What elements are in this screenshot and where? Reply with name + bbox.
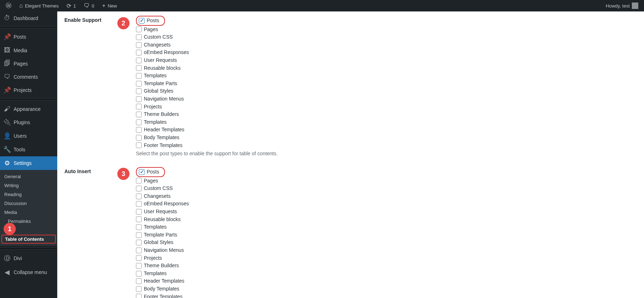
site-name-link[interactable]: ⌂Elegant Themes <box>16 0 62 11</box>
checkbox[interactable] <box>136 142 142 148</box>
sidebar-item-settings[interactable]: ⚙Settings <box>0 156 57 170</box>
checkbox-item[interactable]: Changesets <box>136 192 637 200</box>
sidebar-item-posts[interactable]: 📌Posts <box>0 30 57 44</box>
checkbox-label: oEmbed Responses <box>144 200 189 207</box>
sidebar-sub-general[interactable]: General <box>0 172 57 181</box>
checkbox[interactable] <box>136 119 142 125</box>
sidebar-sub-media[interactable]: Media <box>0 208 57 217</box>
checkbox[interactable] <box>136 186 142 191</box>
checkbox-item[interactable]: Navigation Menus <box>136 95 637 103</box>
checkbox[interactable] <box>136 34 142 40</box>
checkbox-label: User Requests <box>144 57 177 64</box>
sidebar-sub-reading[interactable]: Reading <box>0 190 57 199</box>
checkbox-item[interactable]: Global Styles <box>136 239 637 246</box>
checkbox[interactable] <box>136 65 142 71</box>
checkbox-item[interactable]: Body Templates <box>136 134 637 142</box>
checkbox-item[interactable]: Templates <box>136 118 637 126</box>
checkbox[interactable] <box>136 294 142 298</box>
checkbox-item[interactable]: Pages <box>136 177 637 185</box>
sidebar-item-users[interactable]: 👤Users <box>0 129 57 143</box>
checkbox[interactable] <box>136 263 142 269</box>
checkbox-label: Templates <box>144 119 167 126</box>
checkbox-item[interactable]: Theme Builders <box>136 111 637 118</box>
checkbox-item[interactable]: Reusable blocks <box>136 216 637 224</box>
checkbox[interactable] <box>136 96 142 102</box>
checkbox-item[interactable]: Body Templates <box>136 285 637 293</box>
new-content-link[interactable]: +New <box>99 0 120 11</box>
checkbox-item[interactable]: Templates <box>136 223 637 231</box>
checkbox[interactable] <box>136 209 142 215</box>
sidebar-sub-discussion[interactable]: Discussion <box>0 199 57 208</box>
howdy-link[interactable]: Howdy, test <box>603 0 641 11</box>
sidebar-item-dashboard[interactable]: ⏱Dashboard <box>0 11 57 25</box>
checkbox-item[interactable]: Reusable blocks <box>136 64 637 72</box>
checkbox[interactable] <box>136 232 142 238</box>
checkbox-item[interactable]: Projects <box>136 254 637 262</box>
checkbox-item[interactable]: Footer Templates <box>136 293 637 298</box>
updates-link[interactable]: ⟳1 <box>64 0 79 11</box>
checkbox-item[interactable]: Global Styles <box>136 87 637 95</box>
checkbox[interactable] <box>136 58 142 63</box>
checkbox-item[interactable]: Navigation Menus <box>136 246 637 254</box>
plus-icon: + <box>102 3 106 9</box>
checkbox[interactable] <box>139 18 145 24</box>
checkbox-item[interactable]: Templates <box>136 270 637 278</box>
checkbox-item[interactable]: Header Templates <box>136 277 637 285</box>
checkbox-item[interactable]: Header Templates <box>136 126 637 134</box>
checkbox-item[interactable]: Pages <box>136 26 637 34</box>
comments-link[interactable]: 🗨0 <box>81 0 97 11</box>
checkbox[interactable] <box>136 240 142 245</box>
checkbox[interactable] <box>136 88 142 94</box>
checkbox[interactable] <box>136 135 142 141</box>
checkbox-item[interactable]: Custom CSS <box>136 185 637 192</box>
checkbox[interactable] <box>136 26 142 32</box>
checkbox[interactable] <box>136 178 142 184</box>
checkbox[interactable] <box>136 248 142 253</box>
checkbox-item[interactable]: Template Parts <box>136 231 637 239</box>
checkbox-item[interactable]: Changesets <box>136 41 637 49</box>
sidebar-item-plugins[interactable]: 🔌Plugins <box>0 116 57 129</box>
checkbox-item[interactable]: User Requests <box>136 208 637 216</box>
checkbox-item[interactable]: Templates <box>136 72 637 80</box>
checkbox[interactable] <box>136 127 142 133</box>
sidebar-sub-toc[interactable]: Table of Contents <box>1 235 56 244</box>
checkbox-item[interactable]: Theme Builders <box>136 262 637 270</box>
checkbox[interactable] <box>136 81 142 87</box>
checkbox[interactable] <box>136 201 142 207</box>
sidebar-item-comments[interactable]: 🗨Comments <box>0 70 57 83</box>
checkbox-item[interactable]: oEmbed Responses <box>136 49 637 57</box>
checkbox[interactable] <box>136 216 142 222</box>
checkbox-item[interactable]: User Requests <box>136 57 637 64</box>
checkbox-item[interactable]: Custom CSS <box>136 33 637 41</box>
pages-icon: 🗐 <box>4 60 11 67</box>
checkbox[interactable] <box>139 169 145 175</box>
checkbox[interactable] <box>136 50 142 55</box>
checkbox-item[interactable]: Footer Templates <box>136 142 637 150</box>
checkbox[interactable] <box>136 278 142 284</box>
checkbox[interactable] <box>136 271 142 277</box>
checkbox[interactable] <box>136 194 142 199</box>
checkbox-label: Changesets <box>144 193 171 200</box>
sidebar-item-pages[interactable]: 🗐Pages <box>0 57 57 70</box>
checkbox-item[interactable]: oEmbed Responses <box>136 200 637 208</box>
checkbox-item[interactable]: Template Parts <box>136 80 637 88</box>
checkbox[interactable] <box>136 42 142 48</box>
checkbox-item[interactable]: Posts <box>136 16 165 26</box>
checkbox-label: Posts <box>147 168 159 176</box>
checkbox[interactable] <box>136 224 142 230</box>
sidebar-item-appearance[interactable]: 🖌Appearance <box>0 102 57 116</box>
sidebar-item-projects[interactable]: 📌Projects <box>0 83 57 97</box>
sidebar-sub-writing[interactable]: Writing <box>0 181 57 190</box>
sidebar-item-media[interactable]: 🖾Media <box>0 44 57 57</box>
checkbox[interactable] <box>136 112 142 117</box>
sidebar-collapse[interactable]: ◀Collapse menu <box>0 265 57 279</box>
checkbox-item[interactable]: Projects <box>136 103 637 111</box>
checkbox[interactable] <box>136 73 142 79</box>
checkbox[interactable] <box>136 104 142 109</box>
wp-logo[interactable]: ⓦ <box>3 0 14 11</box>
sidebar-item-divi[interactable]: ⒹDivi <box>0 251 57 265</box>
checkbox[interactable] <box>136 286 142 292</box>
checkbox-item[interactable]: Posts <box>136 167 165 177</box>
checkbox[interactable] <box>136 255 142 261</box>
sidebar-item-tools[interactable]: 🔧Tools <box>0 143 57 156</box>
